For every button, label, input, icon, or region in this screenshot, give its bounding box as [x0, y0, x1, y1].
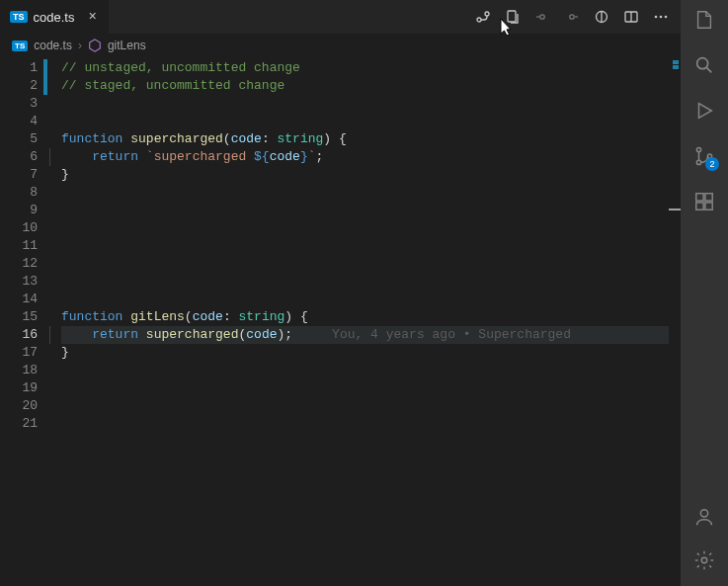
svg-rect-14 — [696, 194, 703, 201]
settings-gear-icon[interactable] — [692, 548, 716, 572]
code-line[interactable] — [61, 291, 669, 308]
compare-icon[interactable] — [475, 9, 491, 25]
line-number: 4 — [0, 113, 43, 130]
line-number: 6 — [0, 148, 43, 166]
indent-guide — [47, 308, 61, 326]
language-badge-icon: TS — [12, 41, 28, 51]
line-number: 13 — [0, 273, 43, 291]
svg-point-19 — [701, 557, 707, 563]
indent-guide — [47, 202, 61, 219]
breadcrumb[interactable]: TS code.ts › gitLens — [0, 35, 681, 56]
overview-cursor-marker — [669, 209, 681, 210]
code-line[interactable]: // staged, uncommitted change — [61, 77, 669, 95]
code-line[interactable]: function gitLens(code: string) { — [61, 308, 669, 326]
code-line[interactable] — [61, 237, 669, 255]
run-debug-icon[interactable] — [692, 99, 716, 123]
indent-guide-gutter — [47, 56, 61, 586]
symbol-function-icon — [88, 39, 102, 52]
line-number: 20 — [0, 397, 43, 415]
tab-active[interactable]: TS code.ts × — [0, 0, 109, 34]
indent-guide — [47, 415, 61, 433]
code-line[interactable] — [61, 415, 669, 433]
extensions-icon[interactable] — [692, 190, 716, 213]
line-number: 7 — [0, 166, 43, 184]
svg-point-3 — [540, 15, 544, 19]
code-line[interactable]: // unstaged, uncommitted change — [61, 59, 669, 77]
close-icon[interactable]: × — [88, 9, 96, 25]
line-number: 15 — [0, 308, 43, 326]
chevron-right-icon: › — [78, 39, 82, 52]
code-line[interactable] — [61, 397, 669, 415]
indent-guide — [47, 237, 61, 255]
more-icon[interactable] — [653, 9, 669, 25]
code-line[interactable]: return `supercharged ${code}`; — [61, 148, 669, 166]
overview-ruler[interactable] — [669, 56, 681, 586]
line-number: 9 — [0, 202, 43, 219]
line-number: 1 — [0, 59, 43, 77]
code-line[interactable] — [61, 95, 669, 113]
line-number: 8 — [0, 184, 43, 202]
tab-filename: code.ts — [34, 10, 75, 25]
code-line[interactable]: return supercharged(code);You, 4 years a… — [61, 326, 669, 344]
line-number: 12 — [0, 255, 43, 273]
svg-point-10 — [697, 58, 708, 69]
indent-guide — [47, 113, 61, 130]
overview-change-marker — [673, 65, 679, 69]
indent-guide — [47, 95, 61, 113]
activity-bar: 2 — [681, 0, 728, 586]
svg-point-7 — [655, 16, 658, 19]
search-icon[interactable] — [692, 53, 716, 77]
line-number: 3 — [0, 95, 43, 113]
editor-area[interactable]: 123456789101112131415161718192021 // uns… — [0, 56, 681, 586]
code-line[interactable]: function supercharged(code: string) { — [61, 130, 669, 148]
breadcrumb-symbol[interactable]: gitLens — [108, 39, 146, 52]
code-line[interactable]: } — [61, 166, 669, 184]
file-changes-icon[interactable] — [505, 9, 521, 25]
indent-guide — [47, 255, 61, 273]
svg-point-9 — [665, 16, 668, 19]
tab-bar: TS code.ts × — [0, 0, 681, 35]
indent-guide — [47, 273, 61, 291]
line-number: 18 — [0, 362, 43, 379]
svg-point-12 — [696, 160, 700, 164]
code-line[interactable] — [61, 184, 669, 202]
breadcrumb-file[interactable]: code.ts — [34, 39, 72, 52]
editor-toolbar — [475, 9, 681, 25]
svg-rect-15 — [705, 194, 712, 201]
code-content[interactable]: // unstaged, uncommitted change// staged… — [61, 56, 669, 586]
code-line[interactable] — [61, 113, 669, 130]
line-number: 16 — [0, 326, 43, 344]
source-control-badge: 2 — [705, 157, 719, 171]
code-line[interactable] — [61, 379, 669, 397]
source-control-icon[interactable]: 2 — [692, 144, 716, 168]
explorer-icon[interactable] — [692, 8, 716, 32]
svg-point-11 — [696, 147, 700, 151]
code-line[interactable]: } — [61, 344, 669, 362]
line-number: 19 — [0, 379, 43, 397]
next-change-icon[interactable] — [564, 9, 580, 25]
line-number: 14 — [0, 291, 43, 308]
code-line[interactable] — [61, 202, 669, 219]
split-icon[interactable] — [623, 9, 639, 25]
prev-change-icon[interactable] — [534, 9, 550, 25]
svg-point-0 — [477, 18, 481, 22]
line-number: 5 — [0, 130, 43, 148]
toggle-icon[interactable] — [594, 9, 609, 25]
code-line[interactable] — [61, 255, 669, 273]
indent-guide — [47, 379, 61, 397]
code-line[interactable] — [61, 273, 669, 291]
code-line[interactable] — [61, 219, 669, 237]
svg-rect-17 — [705, 203, 712, 209]
indent-guide — [47, 166, 61, 184]
svg-point-1 — [485, 12, 489, 16]
svg-rect-2 — [508, 11, 516, 22]
indent-guide — [47, 130, 61, 148]
account-icon[interactable] — [692, 505, 716, 529]
indent-guide — [47, 59, 61, 77]
indent-guide — [47, 344, 61, 362]
svg-point-18 — [700, 510, 707, 517]
indent-guide — [47, 326, 61, 344]
code-line[interactable] — [61, 362, 669, 379]
svg-point-8 — [660, 16, 663, 19]
svg-point-4 — [570, 15, 574, 19]
